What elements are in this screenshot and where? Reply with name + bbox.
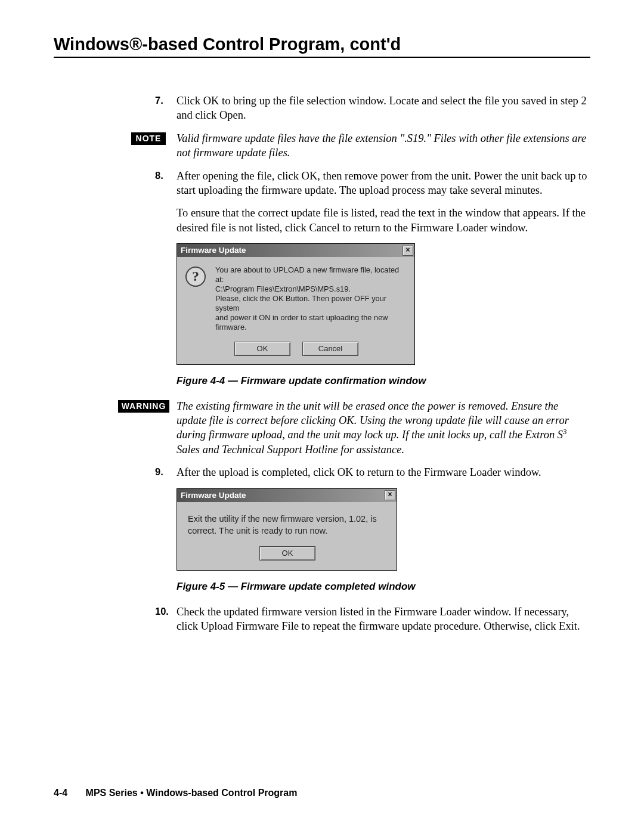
dialog-titlebar: Firmware Update × bbox=[177, 489, 397, 502]
firmware-update-confirm-dialog: Firmware Update × ? You are about to UPL… bbox=[177, 243, 415, 365]
dialog-body: ? You are about to UPLOAD a new firmware… bbox=[177, 257, 414, 364]
step-body: After the upload is completed, click OK … bbox=[177, 465, 590, 479]
step-9: 9. After the upload is completed, click … bbox=[155, 465, 590, 479]
page-footer: 4-4 MPS Series • Windows-based Control P… bbox=[54, 788, 297, 798]
step-8: 8. After opening the file, click OK, the… bbox=[155, 169, 590, 236]
step-text: After the upload is completed, click OK … bbox=[177, 465, 590, 479]
note-text: Valid firmware update files have the fil… bbox=[177, 131, 590, 160]
figure-4-5-caption: Figure 4-5 — Firmware update completed w… bbox=[177, 580, 590, 593]
figure-4-4-caption: Figure 4-4 — Firmware update confirmatio… bbox=[177, 374, 590, 388]
title-rule bbox=[54, 57, 590, 58]
step-10: 10. Check the updated firmware version l… bbox=[155, 605, 590, 634]
dialog-body: Exit the utility if the new firmware ver… bbox=[177, 502, 397, 571]
step-body: Check the updated firmware version liste… bbox=[177, 605, 590, 634]
page-title: Windows®-based Control Program, cont'd bbox=[54, 35, 590, 54]
step-text: Click OK to bring up the file selection … bbox=[177, 94, 590, 123]
dialog-message: Exit the utility if the new firmware ver… bbox=[188, 513, 387, 537]
step-body: Click OK to bring up the file selection … bbox=[177, 94, 590, 123]
firmware-update-complete-dialog: Firmware Update × Exit the utility if th… bbox=[177, 488, 397, 571]
close-button[interactable]: × bbox=[402, 246, 413, 256]
step-text: After opening the file, click OK, then r… bbox=[177, 169, 590, 198]
dialog-title: Firmware Update bbox=[181, 245, 246, 256]
dialog-titlebar: Firmware Update × bbox=[177, 244, 414, 257]
ok-button[interactable]: OK bbox=[259, 546, 315, 561]
dialog-title: Firmware Update bbox=[181, 490, 246, 501]
step-text: To ensure that the correct update file i… bbox=[177, 206, 590, 235]
step-7: 7. Click OK to bring up the file selecti… bbox=[155, 94, 590, 123]
page-number: 4-4 bbox=[54, 788, 67, 798]
step-number: 9. bbox=[155, 465, 177, 479]
step-number: 10. bbox=[155, 605, 177, 634]
step-number: 7. bbox=[155, 94, 177, 123]
content-area: 7. Click OK to bring up the file selecti… bbox=[54, 94, 590, 633]
question-icon: ? bbox=[185, 267, 206, 287]
close-button[interactable]: × bbox=[385, 490, 395, 500]
warning-label: WARNING bbox=[118, 400, 169, 413]
cancel-button[interactable]: Cancel bbox=[302, 342, 358, 356]
step-number: 8. bbox=[155, 169, 177, 236]
note-label: NOTE bbox=[131, 132, 166, 145]
step-text: Check the updated firmware version liste… bbox=[177, 605, 590, 634]
step-body: After opening the file, click OK, then r… bbox=[177, 169, 590, 236]
footer-text: MPS Series • Windows-based Control Progr… bbox=[86, 788, 298, 798]
warning-text: The existing firmware in the unit will b… bbox=[177, 399, 590, 457]
dialog-message: You are about to UPLOAD a new firmware f… bbox=[215, 265, 407, 332]
ok-button[interactable]: OK bbox=[234, 342, 290, 356]
warning-callout: WARNING The existing firmware in the uni… bbox=[155, 399, 590, 457]
note-callout: NOTE Valid firmware update files have th… bbox=[155, 131, 590, 160]
